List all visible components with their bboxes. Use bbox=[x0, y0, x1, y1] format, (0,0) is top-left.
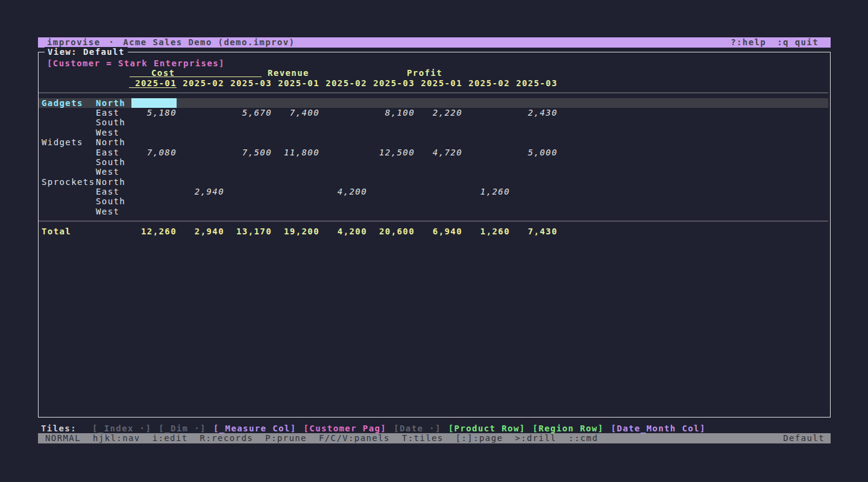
data-cell[interactable] bbox=[373, 196, 415, 206]
data-cell[interactable] bbox=[134, 167, 177, 177]
quit-shortcut[interactable]: :q quit bbox=[777, 37, 819, 48]
data-cell[interactable] bbox=[230, 137, 272, 147]
data-cell[interactable] bbox=[277, 187, 319, 196]
tile-measure[interactable]: [_Measure Col] bbox=[213, 424, 297, 433]
data-cell[interactable] bbox=[420, 98, 462, 108]
region-label[interactable]: North bbox=[96, 137, 129, 147]
total-cell[interactable]: 1,260 bbox=[468, 227, 510, 236]
data-cell[interactable] bbox=[134, 157, 177, 167]
data-cell[interactable] bbox=[420, 157, 462, 167]
total-cell[interactable]: 2,940 bbox=[182, 227, 224, 236]
month-header[interactable]: 2025-01 bbox=[277, 78, 319, 88]
data-cell[interactable] bbox=[325, 108, 367, 117]
data-cell[interactable] bbox=[182, 196, 224, 206]
data-cell[interactable] bbox=[277, 167, 319, 177]
data-cell[interactable] bbox=[373, 167, 415, 177]
data-cell[interactable] bbox=[515, 117, 558, 127]
data-cell[interactable] bbox=[182, 177, 224, 187]
data-cell[interactable] bbox=[420, 137, 462, 147]
data-cell[interactable] bbox=[277, 196, 319, 206]
data-cell[interactable] bbox=[325, 207, 367, 216]
month-header[interactable]: 2025-03 bbox=[515, 78, 558, 88]
data-cell[interactable] bbox=[373, 117, 415, 127]
total-cell[interactable]: 7,430 bbox=[515, 227, 558, 236]
data-cell[interactable] bbox=[134, 117, 177, 127]
data-cell[interactable] bbox=[230, 167, 272, 177]
product-label[interactable]: Sprockets bbox=[42, 177, 96, 187]
data-cell[interactable]: 5,180 bbox=[134, 108, 177, 117]
data-cell[interactable]: 2,940 bbox=[182, 187, 224, 196]
data-cell[interactable] bbox=[325, 128, 367, 137]
data-cell[interactable] bbox=[230, 196, 272, 206]
data-cell[interactable] bbox=[182, 117, 224, 127]
data-cell[interactable] bbox=[373, 177, 415, 187]
product-label[interactable]: Widgets bbox=[42, 137, 96, 147]
data-cell[interactable] bbox=[134, 177, 177, 187]
data-cell[interactable] bbox=[420, 196, 462, 206]
region-label[interactable]: South bbox=[96, 157, 129, 167]
data-cell[interactable] bbox=[182, 207, 224, 216]
data-cell[interactable]: 8,100 bbox=[373, 108, 415, 117]
region-label[interactable]: West bbox=[96, 167, 129, 177]
data-cell[interactable] bbox=[182, 157, 224, 167]
data-cell[interactable] bbox=[373, 187, 415, 196]
data-cell[interactable] bbox=[230, 177, 272, 187]
data-cell[interactable] bbox=[325, 117, 367, 127]
data-cell[interactable] bbox=[373, 137, 415, 147]
data-cell[interactable] bbox=[325, 196, 367, 206]
data-cell[interactable] bbox=[277, 207, 319, 216]
region-label[interactable]: East bbox=[96, 187, 129, 196]
data-cell[interactable] bbox=[468, 167, 510, 177]
month-header[interactable]: 2025-01 bbox=[420, 78, 462, 88]
product-label[interactable] bbox=[42, 128, 96, 137]
data-cell[interactable] bbox=[134, 128, 177, 137]
data-cell[interactable] bbox=[182, 108, 224, 117]
data-cell[interactable] bbox=[515, 128, 558, 137]
data-cell[interactable] bbox=[277, 128, 319, 137]
tile-customer[interactable]: [Customer Pag] bbox=[304, 424, 387, 433]
month-header[interactable]: 2025-02 bbox=[325, 78, 367, 88]
data-cell[interactable] bbox=[420, 187, 462, 196]
data-cell[interactable] bbox=[468, 128, 510, 137]
product-label[interactable] bbox=[42, 207, 96, 216]
tile-product[interactable]: [Product Row] bbox=[448, 424, 526, 433]
product-label[interactable]: Gadgets bbox=[42, 98, 96, 108]
data-cell[interactable] bbox=[277, 137, 319, 147]
data-cell[interactable]: 5,000 bbox=[515, 148, 558, 157]
data-cell[interactable] bbox=[468, 207, 510, 216]
product-label[interactable] bbox=[42, 167, 96, 177]
page-filter[interactable]: [Customer = Stark Enterprises] bbox=[42, 58, 830, 68]
data-cell[interactable] bbox=[325, 177, 367, 187]
data-cell[interactable] bbox=[515, 98, 558, 108]
product-label[interactable] bbox=[42, 108, 96, 117]
data-cell[interactable]: 7,080 bbox=[134, 148, 177, 157]
data-cell[interactable] bbox=[468, 108, 510, 117]
data-cell[interactable]: 2,220 bbox=[420, 108, 462, 117]
region-label[interactable]: West bbox=[96, 207, 129, 216]
data-cell[interactable] bbox=[277, 157, 319, 167]
data-cell[interactable] bbox=[230, 157, 272, 167]
region-label[interactable]: North bbox=[96, 98, 129, 108]
data-cell[interactable] bbox=[182, 98, 224, 108]
data-cell[interactable] bbox=[420, 117, 462, 127]
total-cell[interactable]: 20,600 bbox=[373, 227, 415, 236]
group-header-revenue[interactable]: Revenue bbox=[268, 68, 309, 78]
data-cell[interactable] bbox=[515, 137, 558, 147]
data-cell[interactable] bbox=[230, 207, 272, 216]
region-label[interactable]: South bbox=[96, 117, 129, 127]
tile-date[interactable]: [Date ·] bbox=[394, 424, 441, 433]
data-cell[interactable] bbox=[182, 128, 224, 137]
data-cell[interactable] bbox=[373, 98, 415, 108]
data-cell[interactable] bbox=[420, 207, 462, 216]
data-cell[interactable] bbox=[515, 167, 558, 177]
data-cell[interactable]: 7,500 bbox=[230, 148, 272, 157]
region-label[interactable]: South bbox=[96, 196, 129, 206]
month-header[interactable]: 2025-02 bbox=[182, 78, 224, 88]
product-label[interactable] bbox=[42, 148, 96, 157]
selected-cell[interactable] bbox=[131, 98, 177, 108]
tile-dim[interactable]: [_Dim ·] bbox=[159, 424, 206, 433]
data-cell[interactable] bbox=[182, 148, 224, 157]
help-shortcut[interactable]: ?:help bbox=[731, 37, 766, 48]
data-cell[interactable] bbox=[468, 148, 510, 157]
data-cell[interactable] bbox=[134, 207, 177, 216]
